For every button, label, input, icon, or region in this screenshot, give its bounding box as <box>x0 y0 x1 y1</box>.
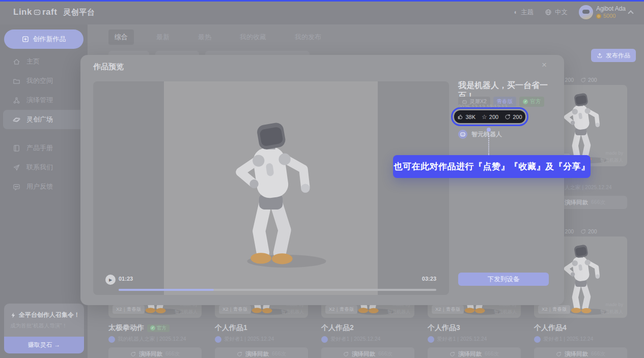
logo-text-cn: 灵创平台 <box>63 8 95 17</box>
deploy-to-device-button[interactable]: 下发到设备 <box>458 273 549 286</box>
sidebar-menu: 主页 我的空间 演绎管理 灵创广场 产品手册 联系我们 <box>0 52 88 196</box>
card-author: 我的机器人之家 | 2025.12.24 <box>108 336 202 343</box>
sidebar: 创作新作品 主页 我的空间 演绎管理 灵创广场 产品手册 <box>0 24 88 358</box>
thumbs-up-icon <box>457 114 463 120</box>
card-author: 爱好者1 | 2025.12.24 <box>321 336 414 343</box>
official-badge: ✓官方 <box>147 324 170 332</box>
loop-icon <box>237 351 242 357</box>
promo-title: 全平台创作人召集令！ <box>10 311 84 319</box>
avatar <box>579 5 593 19</box>
author-avatar <box>428 336 434 343</box>
share-icon <box>580 77 586 83</box>
model-tag: X2｜青春版 <box>219 305 251 314</box>
globe-icon <box>545 9 552 16</box>
theme-toggle[interactable]: ◐ 主题 <box>514 8 534 17</box>
card-title: 个人作品3 <box>428 323 460 333</box>
sidebar-item-contact[interactable]: 联系我们 <box>0 158 88 177</box>
loop-icon <box>556 351 562 357</box>
current-time: 01:23 <box>119 276 133 282</box>
connector-dashed-line <box>488 133 489 155</box>
sidebar-item-my-space[interactable]: 我的空间 <box>0 71 88 91</box>
planet-icon <box>13 116 20 124</box>
user-menu[interactable]: Agibot Ada 5000 <box>579 5 633 20</box>
close-icon[interactable]: × <box>542 60 547 70</box>
earn-gems-button[interactable]: 赚取灵石 → <box>4 337 84 353</box>
connector-dot <box>487 128 491 132</box>
logo-text-suffix: raft <box>42 7 57 17</box>
work-author[interactable]: 智元机器人 <box>458 130 502 139</box>
chat-icon <box>13 183 20 191</box>
sidebar-item-marketplace[interactable]: 灵创广场 <box>3 110 85 129</box>
reuse-button[interactable]: 演绎同款666次 <box>108 347 202 358</box>
user-name: Agibot Ada <box>596 5 626 13</box>
logo-text-prefix: Link <box>13 7 32 17</box>
favorite-button[interactable]: ☆200 <box>482 113 498 121</box>
made-by-label: made by智元机器人 <box>600 302 623 315</box>
share-button[interactable]: 200 <box>505 114 522 120</box>
create-work-button[interactable]: 创作新作品 <box>4 29 83 49</box>
language-selector[interactable]: 中文 <box>545 8 568 17</box>
official-tag: ✓官方 <box>519 97 544 107</box>
made-by-label: made by智元机器人 <box>600 150 623 164</box>
model-tag: X2｜青春版 <box>432 305 464 314</box>
play-button[interactable]: ▶ <box>105 275 116 285</box>
model-tag: X2｜青春版 <box>538 305 570 314</box>
progress-fill <box>119 289 214 291</box>
home-icon <box>13 58 20 66</box>
sidebar-item-performance[interactable]: 演绎管理 <box>0 91 88 110</box>
card-title: 个人作品4 <box>534 323 567 333</box>
model-tag: X2｜青春版 <box>113 305 145 314</box>
reuse-button[interactable]: 演绎同款666次 <box>428 347 521 358</box>
star-icon: ☆ <box>482 113 487 121</box>
like-button[interactable]: 38K <box>457 114 475 120</box>
coin-icon <box>596 14 601 19</box>
author-avatar <box>321 336 328 343</box>
check-icon: ✓ <box>150 325 155 331</box>
folder-icon <box>13 77 20 85</box>
author-avatar <box>534 336 541 343</box>
share-icon <box>505 114 511 120</box>
loop-icon <box>343 351 349 357</box>
reuse-button[interactable]: 演绎同款666次 <box>321 347 414 358</box>
card-title: 个人作品1 <box>215 323 247 333</box>
author-avatar <box>108 336 115 343</box>
coin-balance: 5000 <box>596 13 626 20</box>
reuse-button[interactable]: 演绎同款666次 <box>534 347 627 358</box>
work-actions: 38K ☆200 200 <box>454 110 525 123</box>
top-accent-strip <box>0 0 644 2</box>
robot-render <box>212 114 330 272</box>
progress-bar[interactable] <box>119 289 436 291</box>
card-title: 太极拳动作 <box>108 323 144 333</box>
card-author: 爱好者1 | 2025.12.24 <box>534 336 627 343</box>
sidebar-item-home[interactable]: 主页 <box>0 52 88 71</box>
loop-icon <box>450 351 455 357</box>
check-icon: ✓ <box>523 99 528 104</box>
creator-promo-card: 全平台创作人召集令！ 成为首批“机器人导演”！ 赚取灵石 → <box>4 304 84 353</box>
network-icon <box>13 97 20 104</box>
app-root: Link raft 灵创平台 ◐ 主题 中文 Agibot Ada 5000 <box>0 0 644 358</box>
lightning-icon <box>10 312 16 318</box>
reuse-button[interactable]: 演绎同款666次 <box>215 347 308 358</box>
paper-plane-icon <box>13 164 20 171</box>
modal-title: 作品预览 <box>93 62 124 72</box>
video-frame <box>164 81 378 295</box>
robot-face-icon <box>33 8 41 16</box>
card-title: 个人作品2 <box>321 323 354 333</box>
author-avatar <box>215 336 221 343</box>
promo-subtitle: 成为首批“机器人导演”！ <box>10 322 84 330</box>
total-time: 03:23 <box>422 276 436 282</box>
author-avatar <box>458 130 467 139</box>
book-icon <box>13 144 20 152</box>
app-logo: Link raft 灵创平台 <box>13 7 95 17</box>
chevron-up-icon <box>628 10 633 16</box>
sidebar-item-feedback[interactable]: 用户反馈 <box>0 177 88 196</box>
share-icon <box>580 229 586 234</box>
sidebar-item-manual[interactable]: 产品手册 <box>0 138 88 158</box>
work-preview-modal: 作品预览 × ▶ 01:23 03:23 我是机器人，买一台省一百！ 灵犀X2 … <box>80 55 564 305</box>
share-stat: 200 <box>580 228 597 234</box>
robot-face-icon <box>460 131 466 137</box>
video-player: ▶ 01:23 03:23 <box>93 81 449 295</box>
topbar: Link raft 灵创平台 ◐ 主题 中文 Agibot Ada 5000 <box>0 0 644 24</box>
card-author: 爱好者1 | 2025.12.24 <box>215 336 308 343</box>
tour-tooltip: 也可在此对作品进行『点赞』『收藏』及『分享』 <box>393 155 591 178</box>
